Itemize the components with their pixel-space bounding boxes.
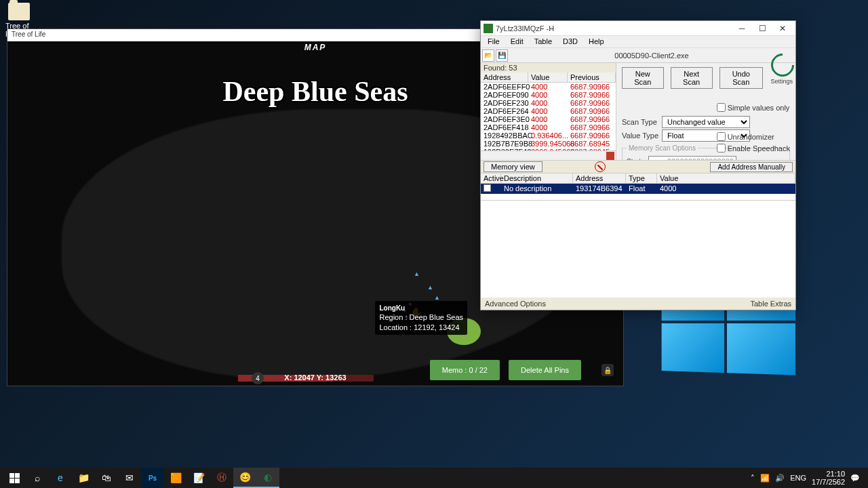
scan-type-label: Scan Type	[622, 118, 659, 126]
header-type[interactable]: Type	[626, 174, 657, 183]
address-table-row[interactable]: No description 193174B6394 Float 4000	[481, 184, 795, 194]
minimize-button[interactable]: ─	[732, 22, 752, 35]
result-row[interactable]: 192B7B7E9B83999.9450686687.68945	[481, 140, 616, 148]
results-pane: Found: 53 Address Value Previous 2ADF6EE…	[481, 63, 616, 160]
speedhack-checkbox[interactable]	[717, 144, 726, 152]
value-type-label: Value Type	[622, 131, 659, 140]
simple-values-checkbox[interactable]	[717, 103, 726, 112]
unrandomizer-checkbox[interactable]	[717, 132, 726, 141]
address-table-header: Active Description Address Type Value	[481, 174, 795, 184]
menu-table[interactable]: Table	[529, 36, 557, 47]
taskbar-edge[interactable]: e	[49, 468, 72, 488]
row-address: 193174B6394	[573, 184, 626, 194]
row-type: Float	[626, 184, 657, 194]
result-row[interactable]: 2ADF6EF3E040006687.90966	[481, 115, 616, 123]
result-row[interactable]: 2ADF6EF26440006687.90966	[481, 107, 616, 115]
taskbar-photoshop[interactable]: Ps	[141, 468, 164, 488]
taskbar-app2[interactable]: Ⓗ	[210, 468, 233, 488]
table-extras-link[interactable]: Table Extras	[750, 300, 791, 308]
address-table-empty[interactable]	[481, 201, 795, 298]
mem-opts-legend: Memory Scan Options	[627, 144, 698, 152]
cheat-engine-window: 7yLtz33IMQzF -H ─ ☐ ✕ File Edit Table D3…	[480, 20, 796, 310]
app-icon	[484, 24, 493, 33]
open-process-button[interactable]: 📂	[482, 49, 494, 62]
coordinates-display: X: 12047 Y: 13263	[284, 373, 346, 382]
add-address-button[interactable]: Add Address Manually	[710, 162, 793, 172]
taskbar-mail[interactable]: ✉	[118, 468, 141, 488]
address-table[interactable]: Active Description Address Type Value No…	[481, 174, 795, 201]
result-row[interactable]: 2ADF6EF23040006687.90966	[481, 99, 616, 107]
taskbar-app1[interactable]: 🟧	[164, 468, 187, 488]
save-button[interactable]: 💾	[496, 49, 508, 62]
header-previous[interactable]: Previous	[568, 73, 616, 82]
results-list[interactable]: Address Value Previous 2ADF6EEFF04000668…	[481, 73, 616, 160]
header-address[interactable]: Address	[481, 73, 528, 82]
tray-chevron-icon[interactable]: ˄	[751, 474, 755, 483]
search-button[interactable]: ⌕	[26, 468, 49, 488]
player-region: Region : Deep Blue Seas	[379, 312, 463, 322]
bottom-bar: Advanced Options Table Extras	[481, 298, 795, 310]
taskbar-notepad[interactable]: 📝	[187, 468, 210, 488]
folder-icon	[8, 3, 30, 20]
results-header: Address Value Previous	[481, 73, 616, 83]
tray-volume-icon[interactable]: 🔊	[775, 474, 785, 483]
row-description: No description	[501, 184, 573, 194]
tray-notifications[interactable]: 💬	[850, 474, 860, 483]
scrollbar[interactable]	[481, 150, 616, 160]
result-row[interactable]: 1928492BBAC0.936406...6687.90966	[481, 131, 616, 140]
advanced-options-link[interactable]: Advanced Options	[485, 300, 546, 308]
toolbar: 📂 💾 00005D90-Client2.exe	[481, 48, 795, 63]
row-value: 4000	[657, 184, 795, 194]
memo-button[interactable]: Memo : 0 / 22	[430, 360, 500, 380]
maximize-button[interactable]: ☐	[752, 22, 772, 35]
next-scan-button[interactable]: Next Scan	[671, 67, 713, 89]
start-label: Start	[627, 158, 646, 161]
scan-controls-pane: New Scan Next Scan Undo Scan Scan Type U…	[616, 63, 795, 160]
start-button[interactable]	[3, 468, 26, 488]
header-addr[interactable]: Address	[573, 174, 626, 183]
tray-network-icon[interactable]: 📶	[760, 474, 770, 483]
active-checkbox[interactable]	[484, 184, 491, 192]
result-row[interactable]: 2ADF6EF09040006687.90966	[481, 91, 616, 99]
lock-icon[interactable]: 🔒	[601, 364, 614, 376]
header-value[interactable]: Value	[528, 73, 568, 82]
header-val[interactable]: Value	[657, 174, 795, 183]
system-tray[interactable]: ˄ 📶 🔊 ENG 21:10 17/7/2562 💬	[751, 470, 865, 486]
player-location: Location : 12192, 13424	[379, 323, 463, 332]
memory-view-button[interactable]: Memory view	[484, 161, 542, 172]
map-header-label: MAP	[304, 43, 327, 52]
region-title: Deep Blue Seas	[223, 75, 408, 108]
simple-values-label: Simple values only	[728, 104, 790, 112]
titlebar[interactable]: 7yLtz33IMQzF -H ─ ☐ ✕	[481, 21, 795, 36]
tray-date: 17/7/2562	[812, 478, 845, 486]
windows-icon	[9, 473, 20, 483]
tray-clock[interactable]: 21:10 17/7/2562	[812, 470, 845, 486]
start-input[interactable]	[648, 156, 736, 160]
menu-help[interactable]: Help	[583, 36, 610, 47]
result-row[interactable]: 2ADF6EF41840006687.90966	[481, 123, 616, 131]
found-count: Found: 53	[481, 63, 616, 73]
player-name: LongKu	[379, 304, 463, 312]
delete-pins-button[interactable]: Delete All Pins	[509, 360, 581, 380]
result-row[interactable]: 2ADF6EEFF040006687.90966	[481, 83, 616, 91]
level-badge: 4	[252, 372, 264, 384]
menu-edit[interactable]: Edit	[505, 36, 529, 47]
tray-language[interactable]: ENG	[790, 474, 806, 482]
taskbar-explorer[interactable]: 📁	[72, 468, 95, 488]
menu-d3d[interactable]: D3D	[557, 36, 583, 47]
unrandomizer-label: Unrandomizer	[728, 133, 774, 141]
new-scan-button[interactable]: New Scan	[622, 67, 664, 89]
header-active[interactable]: Active	[481, 174, 501, 183]
map-marker-icon: ▲	[427, 284, 433, 291]
undo-scan-button[interactable]: Undo Scan	[719, 67, 763, 89]
no-image-icon	[595, 161, 606, 172]
tray-time: 21:10	[812, 470, 845, 478]
close-button[interactable]: ✕	[772, 22, 793, 35]
menu-file[interactable]: File	[482, 36, 505, 47]
taskbar-store[interactable]: 🛍	[95, 468, 118, 488]
player-tooltip: LongKu Region : Deep Blue Seas Location …	[375, 301, 467, 335]
header-description[interactable]: Description	[501, 174, 573, 183]
taskbar-cheatengine[interactable]: ◐	[256, 468, 279, 488]
taskbar-app3[interactable]: 😊	[233, 468, 256, 488]
process-name: 00005D90-Client2.exe	[509, 52, 794, 60]
